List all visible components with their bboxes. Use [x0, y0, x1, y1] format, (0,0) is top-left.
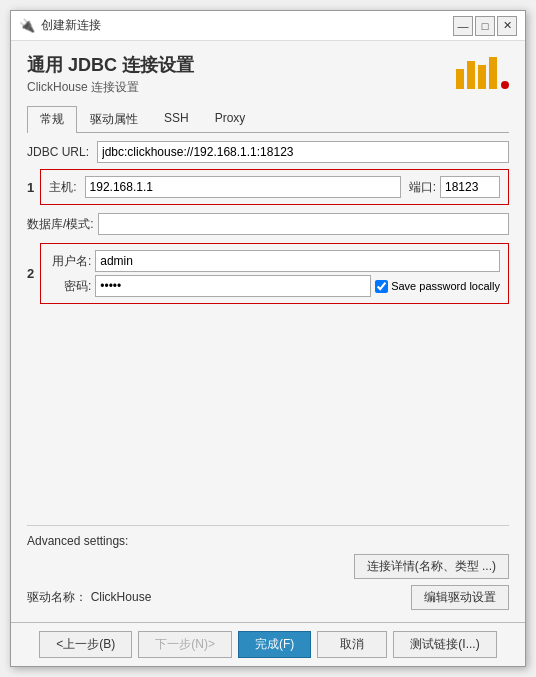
tab-ssh[interactable]: SSH	[151, 106, 202, 132]
titlebar: 🔌 创建新连接 — □ ✕	[11, 11, 525, 41]
username-input[interactable]	[95, 250, 500, 272]
section1-box: 主机: 端口:	[40, 169, 509, 205]
maximize-button[interactable]: □	[475, 16, 495, 36]
password-input[interactable]	[95, 275, 371, 297]
section1-wrapper: 1 主机: 端口:	[27, 169, 509, 205]
user-row: 用户名:	[49, 250, 500, 272]
save-password-checkbox[interactable]	[375, 280, 388, 293]
advanced-title: Advanced settings:	[27, 534, 509, 548]
window: 🔌 创建新连接 — □ ✕ 通用 JDBC 连接设置 ClickHouse 连接…	[10, 10, 526, 667]
db-row: 数据库/模式:	[27, 213, 509, 235]
jdbc-url-row: JDBC URL:	[27, 141, 509, 163]
tab-driver[interactable]: 驱动属性	[77, 106, 151, 132]
pass-row: 密码: Save password locally	[49, 275, 500, 297]
logo-bar-4	[489, 57, 497, 89]
host-label: 主机:	[49, 179, 76, 196]
page-title: 通用 JDBC 连接设置	[27, 53, 194, 77]
port-input[interactable]	[440, 176, 500, 198]
host-input[interactable]	[85, 176, 401, 198]
logo-dot	[501, 81, 509, 89]
cancel-button[interactable]: 取消	[317, 631, 387, 658]
driver-row: 驱动名称： ClickHouse 编辑驱动设置	[27, 585, 509, 610]
edit-driver-button[interactable]: 编辑驱动设置	[411, 585, 509, 610]
logo-bars	[456, 57, 509, 89]
advanced-buttons: 连接详情(名称、类型 ...)	[27, 554, 509, 579]
back-button[interactable]: <上一步(B)	[39, 631, 132, 658]
driver-label: 驱动名称：	[27, 590, 87, 604]
tab-general[interactable]: 常规	[27, 106, 77, 133]
spacer	[27, 310, 509, 521]
logo-bar-1	[456, 69, 464, 89]
test-connection-button[interactable]: 测试链接(I...)	[393, 631, 496, 658]
form-area: JDBC URL: 1 主机: 端口: 数据库/模式:	[27, 141, 509, 614]
db-input[interactable]	[98, 213, 509, 235]
close-button[interactable]: ✕	[497, 16, 517, 36]
logo-bar-3	[478, 65, 486, 89]
tab-proxy[interactable]: Proxy	[202, 106, 259, 132]
logo-bar-2	[467, 61, 475, 89]
section2-box: 用户名: 密码: Save password locally	[40, 243, 509, 304]
advanced-section: Advanced settings: 连接详情(名称、类型 ...) 驱动名称：…	[27, 525, 509, 614]
finish-button[interactable]: 完成(F)	[238, 631, 311, 658]
section2-wrapper: 2 用户名: 密码: Save password locally	[27, 243, 509, 304]
connection-details-button[interactable]: 连接详情(名称、类型 ...)	[354, 554, 509, 579]
jdbc-url-input[interactable]	[97, 141, 509, 163]
header-row: 通用 JDBC 连接设置 ClickHouse 连接设置	[27, 53, 509, 100]
save-password-checkbox-row: Save password locally	[375, 280, 500, 293]
minimize-button[interactable]: —	[453, 16, 473, 36]
password-label: 密码:	[49, 278, 91, 295]
section2-number: 2	[27, 266, 34, 281]
bottom-bar: <上一步(B) 下一步(N)> 完成(F) 取消 测试链接(I...)	[11, 622, 525, 666]
port-label: 端口:	[409, 179, 436, 196]
titlebar-title: 创建新连接	[41, 17, 101, 34]
page-subtitle: ClickHouse 连接设置	[27, 79, 194, 96]
main-content: 通用 JDBC 连接设置 ClickHouse 连接设置 常规 驱动属性 SSH…	[11, 41, 525, 622]
db-label: 数据库/模式:	[27, 216, 94, 233]
titlebar-left: 🔌 创建新连接	[19, 17, 101, 34]
window-icon: 🔌	[19, 18, 35, 34]
username-label: 用户名:	[49, 253, 91, 270]
driver-name-row: 驱动名称： ClickHouse	[27, 589, 151, 606]
next-button[interactable]: 下一步(N)>	[138, 631, 232, 658]
save-password-label: Save password locally	[391, 280, 500, 292]
driver-name: ClickHouse	[91, 590, 152, 604]
tabs-container: 常规 驱动属性 SSH Proxy	[27, 106, 509, 133]
host-port-row: 主机: 端口:	[49, 176, 500, 198]
jdbc-url-label: JDBC URL:	[27, 145, 89, 159]
section1-number: 1	[27, 180, 34, 195]
titlebar-buttons: — □ ✕	[453, 16, 517, 36]
page-header: 通用 JDBC 连接设置 ClickHouse 连接设置	[27, 53, 194, 96]
